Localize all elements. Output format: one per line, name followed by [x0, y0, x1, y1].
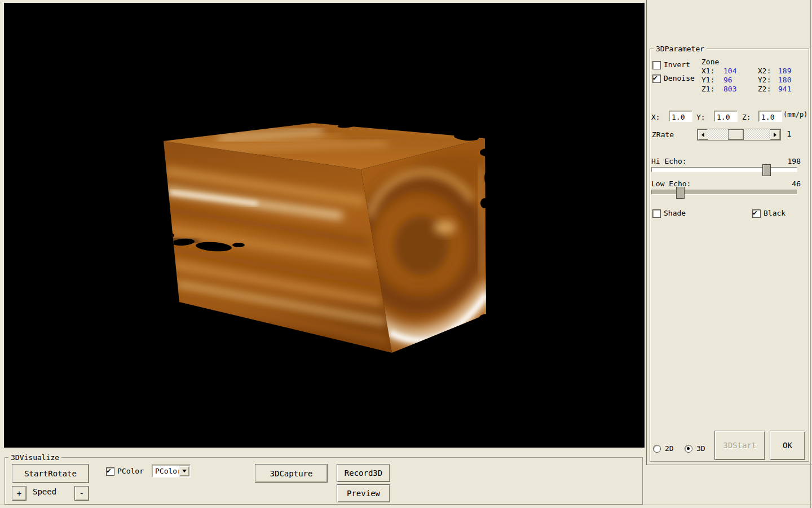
zone-title: Zone: [701, 58, 719, 66]
black-checkbox[interactable]: ✔: [752, 209, 761, 218]
zone-z2-value: 941: [778, 85, 791, 93]
speed-minus-button[interactable]: -: [74, 486, 89, 501]
zone-x2-value: 189: [778, 67, 791, 75]
pcolor-dropdown[interactable]: PColor: [152, 465, 191, 478]
low-echo-track[interactable]: [651, 190, 797, 195]
speed-plus-button[interactable]: +: [12, 486, 27, 501]
invert-label: Invert: [664, 60, 690, 69]
hi-echo-value: 198: [778, 157, 801, 165]
chevron-down-icon: [182, 470, 187, 475]
pcolor-checkbox[interactable]: ✔: [106, 467, 114, 476]
capture-3d-button[interactable]: 3DCapture: [255, 464, 328, 483]
hi-echo-label: Hi Echo:: [651, 157, 687, 165]
scale-x-label: X:: [651, 113, 660, 121]
zone-z2-label: Z2:: [758, 85, 771, 93]
window-right-edge: [810, 0, 811, 508]
pcolor-dropdown-value: PColor: [155, 467, 182, 475]
pcolor-label: PColor: [117, 467, 144, 475]
arrow-left-icon: [699, 133, 704, 137]
zone-y2-value: 180: [778, 76, 791, 84]
preview-button[interactable]: Preview: [337, 484, 390, 502]
low-echo-slider-thumb[interactable]: [676, 187, 685, 199]
low-echo-label: Low Echo:: [651, 179, 691, 188]
denoise-checkbox[interactable]: ✔: [652, 75, 661, 83]
black-label: Black: [764, 209, 785, 217]
render-viewport[interactable]: [4, 3, 645, 448]
zrate-label: ZRate: [652, 130, 674, 139]
mode-3d-label: 3D: [696, 444, 705, 453]
zrate-scroll-thumb[interactable]: [728, 129, 744, 140]
ok-button[interactable]: OK: [770, 431, 805, 460]
arrow-right-icon: [774, 133, 779, 137]
scale-y-label: Y:: [696, 113, 705, 121]
scale-z-input[interactable]: [758, 111, 782, 122]
scale-unit-label: (mm/p): [783, 111, 807, 119]
zone-x1-label: X1:: [701, 67, 714, 75]
low-echo-value: 46: [778, 179, 801, 188]
start-3d-button[interactable]: 3DStart: [714, 431, 765, 460]
speed-label: Speed: [33, 488, 56, 496]
hi-echo-track[interactable]: [651, 167, 797, 172]
denoise-label: Denoise: [664, 74, 695, 82]
window-bottom-edge: [0, 505, 812, 505]
pcolor-dropdown-button[interactable]: [179, 466, 189, 476]
application-window: 3DParameter ✔ Invert ✔ Denoise Zone X1: …: [0, 0, 812, 508]
zone-x2-label: X2:: [758, 67, 771, 75]
record-3d-button[interactable]: Record3D: [337, 464, 390, 482]
zone-y1-value: 96: [723, 76, 732, 84]
mode-3d-radio[interactable]: [685, 445, 692, 453]
mode-2d-radio[interactable]: [653, 445, 661, 453]
shade-checkbox[interactable]: ✔: [652, 209, 661, 218]
invert-checkbox[interactable]: ✔: [652, 61, 661, 69]
zone-y1-label: Y1:: [701, 76, 714, 84]
zrate-scrollbar[interactable]: [697, 129, 781, 141]
scale-x-input[interactable]: [669, 111, 692, 122]
hi-echo-slider-thumb[interactable]: [762, 164, 771, 176]
visualize-groupbox-title: 3DVisualize: [8, 453, 61, 462]
zrate-value: 1: [787, 130, 791, 138]
ultrasound-volume-render: [4, 3, 645, 448]
scale-y-input[interactable]: [714, 111, 738, 122]
zone-z1-label: Z1:: [701, 85, 714, 93]
parameter-groupbox-title: 3DParameter: [654, 45, 707, 53]
scale-z-label: Z:: [742, 113, 751, 121]
shade-label: Shade: [664, 209, 686, 217]
zone-z1-value: 803: [723, 85, 736, 93]
start-rotate-button[interactable]: StartRotate: [12, 464, 89, 483]
zrate-scroll-right-button[interactable]: [770, 129, 780, 140]
mode-2d-label: 2D: [665, 444, 674, 453]
zone-y2-label: Y2:: [758, 76, 771, 84]
zone-x1-value: 104: [723, 67, 736, 75]
